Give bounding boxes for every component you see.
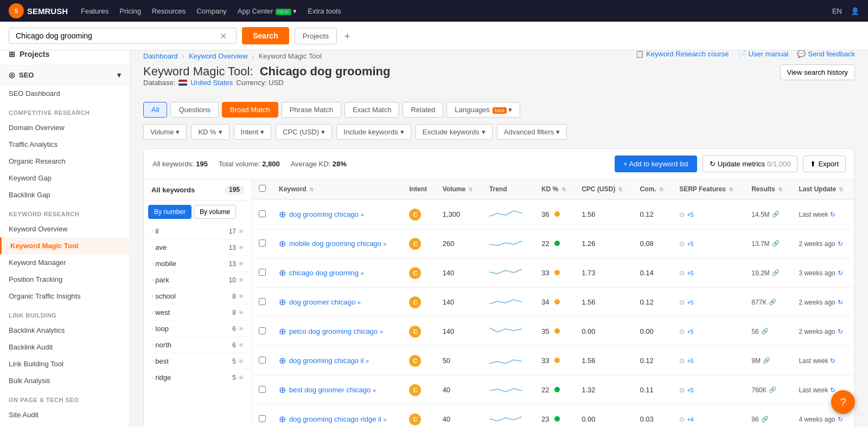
sidebar-item-listing-management[interactable]: Listing Management — [0, 423, 130, 427]
keyword-link[interactable]: dog groomer chicago — [289, 298, 355, 306]
com-sort-icon[interactable]: ⇅ — [659, 186, 663, 192]
view-search-history-button[interactable]: View search history — [780, 64, 855, 80]
row-checkbox[interactable] — [259, 210, 266, 217]
sidebar-item-backlink-gap[interactable]: Backlink Gap — [0, 186, 130, 203]
sidebar-item-bulk-analysis[interactable]: Bulk Analysis — [0, 372, 130, 389]
results-link-icon[interactable]: 🔗 — [769, 386, 776, 393]
keyword-link[interactable]: mobile dog grooming chicago — [289, 240, 381, 248]
update-sort-icon[interactable]: ⇅ — [839, 186, 843, 192]
intent-filter[interactable]: Intent ▾ — [234, 124, 272, 140]
add-to-keyword-list-button[interactable]: + Add to keyword list — [615, 156, 697, 172]
user-icon[interactable]: 👤 — [851, 7, 859, 15]
sidebar-item-keyword-magic-tool[interactable]: Keyword Magic Tool — [0, 237, 130, 254]
results-link-icon[interactable]: 🔗 — [772, 211, 780, 218]
advanced-filters-button[interactable]: Advanced filters ▾ — [497, 124, 567, 140]
add-project-button[interactable]: ＋ — [342, 29, 352, 42]
serp-plus[interactable]: +5 — [687, 328, 694, 335]
search-button[interactable]: Search — [242, 27, 289, 44]
refresh-icon[interactable]: ↻ — [830, 357, 835, 365]
clear-button[interactable]: ✕ — [220, 31, 227, 41]
sidebar-item-backlink-analytics[interactable]: Backlink Analytics — [0, 322, 130, 339]
keyword-arrows[interactable]: » — [373, 387, 376, 393]
serp-plus[interactable]: +5 — [687, 270, 694, 276]
serp-plus[interactable]: +5 — [687, 211, 694, 218]
keyword-arrows[interactable]: » — [358, 299, 361, 306]
tab-exact-match[interactable]: Exact Match — [344, 102, 400, 118]
eye-icon[interactable]: 👁 — [238, 293, 244, 300]
nav-resources[interactable]: Resources — [152, 7, 186, 15]
keyword-list-item[interactable]: › school 8 👁 — [144, 288, 252, 305]
help-button[interactable]: ? — [831, 390, 855, 414]
results-link-icon[interactable]: 🔗 — [763, 357, 770, 364]
keyword-list-item[interactable]: › ridge 5 👁 — [144, 370, 252, 386]
keyword-sort-icon[interactable]: ⇅ — [309, 186, 314, 192]
seo-sidebar-header[interactable]: ◎ SEO ▾ — [0, 66, 130, 85]
keyword-link[interactable]: petco dog grooming chicago — [289, 327, 378, 335]
keyword-arrows[interactable]: » — [361, 211, 364, 218]
refresh-icon[interactable]: ↻ — [830, 211, 835, 218]
serp-plus[interactable]: +5 — [687, 241, 694, 247]
sidebar-item-organic-traffic-insights[interactable]: Organic Traffic Insights — [0, 288, 130, 305]
row-checkbox[interactable] — [259, 386, 266, 393]
breadcrumb-dashboard[interactable]: Dashboard — [143, 52, 178, 60]
add-keyword-icon[interactable]: ⊕ — [279, 414, 286, 424]
keyword-list-item[interactable]: › best 5 👁 — [144, 353, 252, 370]
eye-icon[interactable]: 👁 — [238, 342, 244, 348]
row-checkbox[interactable] — [259, 357, 266, 364]
serp-plus[interactable]: +4 — [687, 416, 694, 423]
keyword-link[interactable]: dog grooming chicago — [289, 210, 359, 218]
serp-sort-icon[interactable]: ⇅ — [729, 186, 733, 192]
sidebar-item-domain-overview[interactable]: Domain Overview — [0, 119, 130, 136]
keyword-list-item[interactable]: › ave 13 👁 — [144, 240, 252, 256]
tab-all[interactable]: All — [143, 102, 167, 118]
breadcrumb-keyword-overview[interactable]: Keyword Overview — [189, 52, 247, 60]
results-link-icon[interactable]: 🔗 — [761, 416, 769, 423]
keyword-list-item[interactable]: › il 17 👁 — [144, 223, 252, 240]
volume-sort-icon[interactable]: ⇅ — [468, 186, 473, 192]
eye-icon[interactable]: 👁 — [238, 358, 244, 365]
kd-sort-icon[interactable]: ⇅ — [561, 186, 566, 192]
add-keyword-icon[interactable]: ⊕ — [279, 209, 286, 219]
keyword-link[interactable]: dog grooming chicago il — [289, 357, 363, 365]
sidebar-item-position-tracking[interactable]: Position Tracking — [0, 271, 130, 288]
keyword-list-item[interactable]: › park 10 👁 — [144, 272, 252, 288]
keyword-arrows[interactable]: » — [383, 241, 386, 247]
results-link-icon[interactable]: 🔗 — [769, 299, 776, 306]
keyword-link[interactable]: best dog groomer chicago — [289, 386, 371, 394]
sidebar-item-link-building-tool[interactable]: Link Building Tool — [0, 355, 130, 372]
sidebar-item-keyword-gap[interactable]: Keyword Gap — [0, 170, 130, 186]
eye-icon[interactable]: 👁 — [238, 374, 244, 381]
add-keyword-icon[interactable]: ⊕ — [279, 238, 286, 249]
refresh-icon[interactable]: ↻ — [838, 240, 843, 248]
tab-phrase-match[interactable]: Phrase Match — [282, 102, 341, 118]
row-checkbox[interactable] — [259, 298, 266, 305]
eye-icon[interactable]: 👁 — [238, 277, 244, 283]
row-checkbox[interactable] — [259, 327, 266, 334]
add-keyword-icon[interactable]: ⊕ — [279, 268, 286, 278]
sidebar-item-backlink-audit[interactable]: Backlink Audit — [0, 339, 130, 355]
keyword-research-course-link[interactable]: 📋 Keyword Research course — [635, 50, 729, 58]
sidebar-item-site-audit[interactable]: Site Audit — [0, 406, 130, 423]
sidebar-item-seo-dashboard[interactable]: SEO Dashboard — [0, 85, 130, 102]
refresh-icon[interactable]: ↻ — [838, 299, 843, 306]
export-button[interactable]: ⬆ Export — [803, 156, 846, 172]
results-link-icon[interactable]: 🔗 — [772, 240, 780, 247]
sidebar-item-keyword-manager[interactable]: Keyword Manager — [0, 254, 130, 271]
keyword-list-item[interactable]: › north 6 👁 — [144, 337, 252, 353]
by-volume-toggle[interactable]: By volume — [194, 205, 236, 219]
keyword-arrows[interactable]: » — [366, 358, 369, 364]
eye-icon[interactable]: 👁 — [238, 261, 244, 267]
exclude-keywords-filter[interactable]: Exclude keywords ▾ — [416, 124, 493, 140]
row-checkbox[interactable] — [259, 415, 266, 422]
update-metrics-button[interactable]: ↻ Update metrics 0/1,000 — [703, 156, 798, 172]
sidebar-item-traffic-analytics[interactable]: Traffic Analytics — [0, 136, 130, 153]
tab-questions[interactable]: Questions — [170, 102, 219, 118]
nav-pricing[interactable]: Pricing — [119, 7, 141, 15]
keyword-link[interactable]: chicago dog grooming — [289, 269, 359, 277]
results-link-icon[interactable]: 🔗 — [772, 269, 780, 276]
keyword-link[interactable]: dog grooming chicago ridge il — [289, 415, 381, 423]
add-keyword-icon[interactable]: ⊕ — [279, 297, 286, 307]
nav-app-center[interactable]: App CenterNEW ▾ — [238, 7, 297, 15]
keyword-arrows[interactable]: » — [361, 270, 364, 276]
select-all-checkbox[interactable] — [259, 185, 266, 192]
